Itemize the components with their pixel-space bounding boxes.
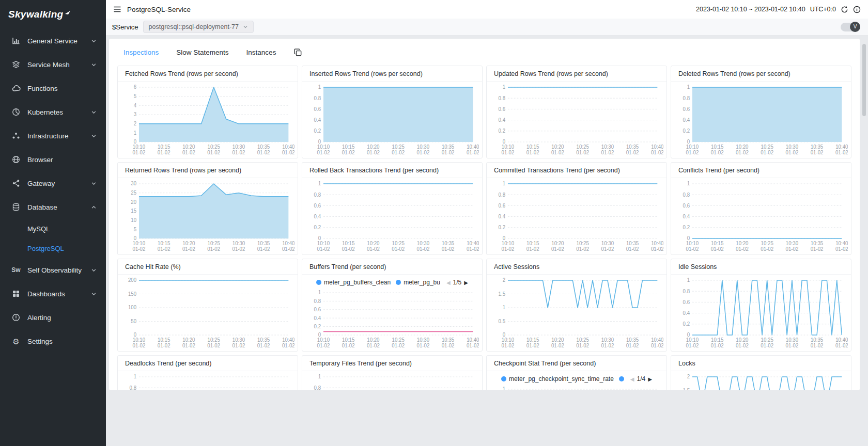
sidebar-item-gateway[interactable]: Gateway <box>0 171 106 195</box>
chart-grid: Fetched Rows Trend (rows per second)0123… <box>117 66 851 390</box>
sidebar-item-service-mesh[interactable]: Service Mesh <box>0 53 106 76</box>
svg-text:3: 3 <box>134 112 137 117</box>
sidebar-item-dashboards[interactable]: Dashboards <box>0 282 106 306</box>
svg-text:2: 2 <box>687 374 690 379</box>
chart: 00.20.40.60.8110:1001-0210:1501-0210:200… <box>674 83 848 157</box>
svg-text:10:15: 10:15 <box>158 241 171 246</box>
svg-text:10:10: 10:10 <box>502 241 515 246</box>
chart-card-buffers-trend-per-second: Buffers Trend (per second)meter_pg_buffe… <box>302 259 483 352</box>
sidebar-item-label: Infrastructure <box>27 132 69 140</box>
sidebar-item-infrastructure[interactable]: Infrastructure <box>0 124 106 148</box>
svg-text:1: 1 <box>503 386 505 390</box>
svg-text:01-02: 01-02 <box>442 343 455 348</box>
sidebar-item-label: MySQL <box>27 225 50 233</box>
sidebar-nav: General ServiceService MeshFunctionsKube… <box>0 29 106 353</box>
svg-text:10:35: 10:35 <box>442 144 455 150</box>
service-select[interactable]: postgresql::psql-deployment-77 <box>143 21 254 33</box>
svg-text:01-02: 01-02 <box>576 246 589 252</box>
svg-text:01-02: 01-02 <box>761 150 773 155</box>
legend-label[interactable]: meter_pg_checkpoint_sync_time_rate <box>509 375 614 383</box>
svg-text:10:25: 10:25 <box>577 241 590 246</box>
legend-page: 1/4 <box>637 375 646 383</box>
svg-text:01-02: 01-02 <box>158 150 171 155</box>
refresh-icon[interactable] <box>841 6 848 13</box>
sidebar-item-self-observability[interactable]: SwSelf Observability <box>0 258 106 282</box>
legend-next-icon[interactable]: ▶ <box>464 280 468 285</box>
copy-icon[interactable] <box>293 48 302 57</box>
view-toggle[interactable]: V <box>841 23 860 31</box>
chart: 00.20.40.60.8110:1001-0210:1501-0210:200… <box>121 373 295 390</box>
sidebar-item-settings[interactable]: ⚙Settings <box>0 329 106 353</box>
svg-text:2: 2 <box>134 121 136 126</box>
sidebar-item-label: Service Mesh <box>27 61 70 69</box>
chart-title: Rolled Back Transactions Trend (per seco… <box>302 163 482 178</box>
chart-card-active-sessions: Active Sessions00.511.5210:1001-0210:150… <box>486 259 667 352</box>
alert-icon <box>11 313 21 322</box>
svg-text:10:20: 10:20 <box>367 144 380 150</box>
svg-text:01-02: 01-02 <box>282 343 295 348</box>
tab-slow-statements[interactable]: Slow Statements <box>176 49 228 56</box>
chart: 00.20.40.60.8110:1001-0210:1501-0210:200… <box>305 289 479 351</box>
sidebar-item-database[interactable]: Database <box>0 195 106 219</box>
sidebar-item-functions[interactable]: Functions <box>0 76 106 100</box>
legend-next-icon[interactable]: ▶ <box>648 376 652 382</box>
svg-text:10:35: 10:35 <box>442 241 455 246</box>
svg-text:10:15: 10:15 <box>711 337 724 343</box>
chart-title: Locks <box>671 356 851 371</box>
legend-prev-icon[interactable]: ◀ <box>630 376 634 382</box>
svg-text:01-02: 01-02 <box>786 246 799 252</box>
svg-text:01-02: 01-02 <box>502 246 515 252</box>
svg-text:01-02: 01-02 <box>133 150 146 155</box>
scrollbar-thumb[interactable] <box>862 44 866 116</box>
svg-text:01-02: 01-02 <box>367 246 380 252</box>
chart: 00.511.5210:1001-0210:1501-0210:2001-021… <box>674 373 848 390</box>
sidebar-item-postgresql[interactable]: PostgreSQL <box>0 238 106 258</box>
svg-text:01-02: 01-02 <box>835 343 848 348</box>
svg-text:10:25: 10:25 <box>761 144 774 150</box>
svg-text:0.2: 0.2 <box>314 225 321 230</box>
chart-body: 012345610:1001-0210:1501-0210:2001-0210:… <box>118 82 298 158</box>
chart-body: 05010015020010:1001-0210:1501-0210:2001-… <box>118 275 298 352</box>
tab-inspections[interactable]: Inspections <box>123 49 159 56</box>
svg-text:1: 1 <box>503 181 505 186</box>
chevron-down-icon <box>91 133 97 139</box>
legend-prev-icon[interactable]: ◀ <box>446 280 451 285</box>
chevron-down-icon <box>91 38 97 44</box>
svg-text:01-02: 01-02 <box>811 343 824 348</box>
svg-text:1: 1 <box>134 374 136 379</box>
svg-text:01-02: 01-02 <box>367 343 380 348</box>
svg-text:10:10: 10:10 <box>686 337 699 343</box>
sidebar-item-general-service[interactable]: General Service <box>0 29 106 53</box>
chart: 00.20.40.60.8110:1001-0210:1501-0210:200… <box>674 276 848 351</box>
info-icon[interactable] <box>853 6 861 13</box>
svg-text:1: 1 <box>134 130 136 136</box>
tab-bar: Inspections Slow Statements Instances <box>117 39 851 66</box>
chart: 00.20.40.60.8110:1001-0210:1501-0210:200… <box>490 180 663 254</box>
skywalking-logo[interactable]: Skywalking <box>0 0 106 29</box>
legend-label[interactable]: meter_pg_bu <box>404 279 440 286</box>
svg-text:0.4: 0.4 <box>683 310 690 316</box>
sidebar-item-browser[interactable]: Browser <box>0 148 106 171</box>
sidebar-item-kubernetes[interactable]: Kubernetes <box>0 100 106 124</box>
svg-text:10:25: 10:25 <box>761 241 774 246</box>
svg-text:01-02: 01-02 <box>736 343 749 348</box>
tab-instances[interactable]: Instances <box>246 49 276 56</box>
menu-icon[interactable] <box>113 5 121 13</box>
svg-text:50: 50 <box>131 318 136 324</box>
svg-text:0.8: 0.8 <box>683 95 690 101</box>
sidebar-item-mysql[interactable]: MySQL <box>0 219 106 238</box>
svg-text:0.8: 0.8 <box>683 289 690 294</box>
svg-text:10:40: 10:40 <box>467 241 479 246</box>
svg-text:10:10: 10:10 <box>133 144 146 150</box>
legend-page: 1/5 <box>453 279 462 286</box>
svg-text:0.8: 0.8 <box>683 192 690 198</box>
svg-text:10: 10 <box>131 217 136 223</box>
svg-text:200: 200 <box>128 277 137 283</box>
svg-text:2: 2 <box>503 277 505 283</box>
legend-label[interactable]: meter_pg_buffers_clean <box>324 279 391 286</box>
chart-title: Cache Hit Rate (%) <box>118 259 298 275</box>
svg-text:10:10: 10:10 <box>317 144 330 150</box>
time-range[interactable]: 2023-01-02 10:10 ~ 2023-01-02 10:40 <box>696 6 805 13</box>
dashboard-panel: Inspections Slow Statements Instances Fe… <box>109 39 860 390</box>
sidebar-item-alerting[interactable]: Alerting <box>0 306 106 329</box>
